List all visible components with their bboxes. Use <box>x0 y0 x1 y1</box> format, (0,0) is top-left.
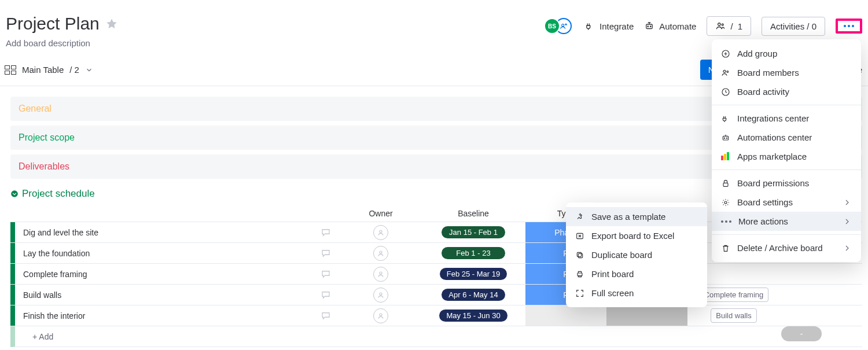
members-count: 1 <box>738 21 742 31</box>
lock-icon <box>721 179 730 188</box>
svg-point-16 <box>727 71 729 72</box>
chevron-right-icon <box>843 198 852 207</box>
svg-point-13 <box>380 314 382 316</box>
svg-point-5 <box>722 24 724 25</box>
pin-icon <box>575 212 584 222</box>
menu-board-members[interactable]: Board members <box>712 63 861 82</box>
star-icon[interactable] <box>105 17 118 30</box>
activities-label: Activities / 0 <box>770 21 816 31</box>
robot-icon <box>644 21 654 31</box>
submenu-print[interactable]: Print board <box>566 264 707 283</box>
table-row[interactable]: Complete framing Feb 25 - Mar 19 P <box>10 264 862 285</box>
menu-automations[interactable]: Automations center <box>712 128 861 147</box>
type-cell[interactable] <box>525 305 606 326</box>
trash-icon <box>721 244 730 253</box>
owner-cell[interactable] <box>340 225 421 240</box>
item-text[interactable]: Dig and level the site <box>15 228 321 237</box>
owner-avatar <box>373 246 388 261</box>
menu-delete-archive[interactable]: Delete / Archive board <box>712 238 861 257</box>
baseline-cell[interactable]: May 15 - Jun 30 <box>421 310 525 322</box>
priority-cell[interactable] <box>606 305 687 326</box>
svg-point-9 <box>380 230 382 233</box>
svg-rect-18 <box>723 136 728 140</box>
menu-more-actions[interactable]: More actions <box>712 212 861 231</box>
more-icon <box>721 220 731 223</box>
duplicate-icon <box>575 250 584 260</box>
chat-icon[interactable] <box>321 248 331 259</box>
more-icon <box>844 25 854 27</box>
baseline-cell[interactable]: Feb 25 - Mar 19 <box>421 268 525 280</box>
menu-board-activity[interactable]: Board activity <box>712 82 861 101</box>
menu-permissions[interactable]: Board permissions <box>712 174 861 193</box>
menu-integrations[interactable]: Integrations center <box>712 109 861 128</box>
owner-cell[interactable] <box>340 246 421 261</box>
chat-icon[interactable] <box>321 311 331 321</box>
svg-point-8 <box>11 190 18 197</box>
owner-avatar <box>373 225 388 240</box>
svg-point-3 <box>650 26 652 27</box>
baseline-cell[interactable]: Jan 15 - Feb 1 <box>421 226 525 238</box>
clock-icon <box>721 87 730 97</box>
owner-cell[interactable] <box>340 267 421 282</box>
chevron-down-icon <box>85 66 93 74</box>
dependency-cell[interactable]: Build walls <box>687 308 780 323</box>
svg-point-10 <box>380 251 382 253</box>
add-item-row[interactable]: + Add <box>10 326 862 347</box>
chat-icon[interactable] <box>321 269 331 279</box>
automate-button[interactable]: Automate <box>644 21 696 31</box>
integrate-label: Integrate <box>599 21 634 31</box>
plug-icon <box>721 114 730 123</box>
activities-button[interactable]: Activities / 0 <box>762 17 825 36</box>
chat-icon[interactable] <box>321 290 331 300</box>
column-owner[interactable]: Owner <box>340 209 421 218</box>
table-row[interactable]: Finish the interior May 15 - Jun 30 Buil… <box>10 305 862 326</box>
submenu-export-excel[interactable]: Export board to Excel <box>566 226 707 245</box>
svg-point-0 <box>562 24 564 27</box>
owner-cell[interactable] <box>340 288 421 303</box>
table-row[interactable]: Build walls Apr 6 - May 14 P Complete fr… <box>10 285 862 305</box>
svg-point-22 <box>724 201 727 204</box>
svg-rect-21 <box>723 183 728 186</box>
item-text[interactable]: Lay the foundation <box>15 249 321 258</box>
svg-point-20 <box>726 138 727 138</box>
menu-add-group[interactable]: Add group <box>712 44 861 63</box>
owner-cell[interactable] <box>340 308 421 323</box>
menu-settings[interactable]: Board settings <box>712 193 861 212</box>
baseline-pill: May 15 - Jun 30 <box>439 310 507 322</box>
column-baseline[interactable]: Baseline <box>421 209 525 218</box>
owner-avatar <box>373 288 388 303</box>
svg-point-4 <box>718 23 721 26</box>
baseline-cell[interactable]: Apr 6 - May 14 <box>421 289 525 301</box>
item-text[interactable]: Finish the interior <box>15 311 321 320</box>
table-icon <box>5 65 16 75</box>
fullscreen-icon <box>575 289 584 298</box>
owner-avatar <box>373 308 388 323</box>
members-button[interactable]: / 1 <box>707 16 751 36</box>
avatar-cluster[interactable]: BS <box>544 18 572 34</box>
dependency-chip: Complete framing <box>699 288 769 302</box>
svg-rect-1 <box>646 24 653 29</box>
collapse-icon <box>10 190 19 198</box>
integrate-button[interactable]: Integrate <box>584 21 634 31</box>
item-text[interactable]: Complete framing <box>15 270 321 279</box>
chat-icon[interactable] <box>321 227 331 238</box>
item-text[interactable]: Build walls <box>15 290 321 300</box>
submenu-fullscreen[interactable]: Full screen <box>566 283 707 303</box>
people-icon <box>715 21 726 31</box>
view-switcher[interactable]: Main Table / 2 <box>5 65 93 75</box>
svg-point-12 <box>380 293 382 295</box>
marketplace-icon <box>721 152 730 161</box>
more-options-button[interactable] <box>836 19 862 34</box>
avatar: BS <box>544 18 560 34</box>
baseline-cell[interactable]: Feb 1 - 23 <box>421 247 525 259</box>
svg-rect-24 <box>578 253 582 257</box>
submenu-duplicate[interactable]: Duplicate board <box>566 245 707 264</box>
board-description[interactable]: Add board description <box>6 38 544 48</box>
plug-icon <box>584 21 595 31</box>
menu-marketplace[interactable]: Apps marketplace <box>712 147 861 166</box>
baseline-pill: Apr 6 - May 14 <box>442 289 505 301</box>
plus-circle-icon <box>721 49 730 58</box>
submenu-save-template[interactable]: Save as a template <box>566 207 707 226</box>
page-title[interactable]: Project Plan <box>6 14 100 34</box>
dependency-chip: Build walls <box>711 308 756 323</box>
